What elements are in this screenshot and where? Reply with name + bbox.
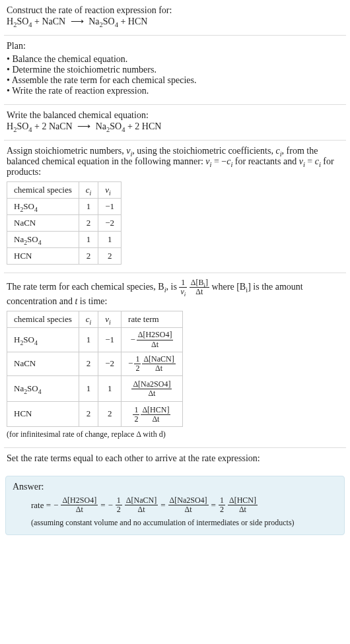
fraction: Δ[Bi]Δt xyxy=(190,278,209,296)
fraction: 1νi xyxy=(179,278,187,296)
reaction-arrow-icon: ⟶ xyxy=(68,16,87,26)
answer-box: Answer: rate = − Δ[H2SO4]Δt = − 12 Δ[NaC… xyxy=(5,476,345,535)
table-row: H2SO4 1 −1 − Δ[H2SO4]Δt xyxy=(7,328,183,352)
table-header-row: chemical species ci νi xyxy=(7,182,122,199)
balanced-section: Write the balanced chemical equation: H2… xyxy=(0,105,350,140)
table-row: HCN 2 2 12 Δ[HCN]Δt xyxy=(7,401,183,426)
plan-list: Balance the chemical equation. Determine… xyxy=(7,54,343,96)
answer-label: Answer: xyxy=(13,482,337,492)
stoich-table-2: chemical species ci νi rate term H2SO4 1… xyxy=(7,311,183,427)
rateterm-section: The rate term for each chemical species,… xyxy=(0,273,350,447)
stoich-table-1: chemical species ci νi H2SO4 1 −1 NaCN 2… xyxy=(7,181,122,265)
prompt-section: Construct the rate of reaction expressio… xyxy=(0,0,350,35)
plan-item: Determine the stoichiometric numbers. xyxy=(7,65,343,75)
col-ci: ci xyxy=(79,182,98,199)
answer-assumption: (assuming constant volume and no accumul… xyxy=(31,518,337,528)
table-row: H2SO4 1 −1 xyxy=(7,199,122,215)
table-row: Na2SO4 1 1 xyxy=(7,232,122,248)
plan-item: Assemble the rate term for each chemical… xyxy=(7,75,343,86)
table2-footnote: (for infinitesimal rate of change, repla… xyxy=(7,430,343,439)
plan-section: Plan: Balance the chemical equation. Det… xyxy=(0,36,350,104)
table-row: Na2SO4 1 1 Δ[Na2SO4]Δt xyxy=(7,376,183,401)
assign-section: Assign stoichiometric numbers, νi, using… xyxy=(0,141,350,273)
answer-expression: rate = − Δ[H2SO4]Δt = − 12 Δ[NaCN]Δt = Δ… xyxy=(31,496,337,514)
balanced-equation: H2SO4 + 2 NaCN ⟶ Na2SO4 + 2 HCN xyxy=(7,121,343,132)
plan-title: Plan: xyxy=(7,41,343,51)
final-title: Set the rate terms equal to each other t… xyxy=(7,453,343,464)
table-header-row: chemical species ci νi rate term xyxy=(7,311,183,328)
table-row: NaCN 2 −2 − 12 Δ[NaCN]Δt xyxy=(7,352,183,375)
final-section: Set the rate terms equal to each other t… xyxy=(0,448,350,472)
plan-item: Balance the chemical equation. xyxy=(7,54,343,65)
prompt-equation: H2SO4 + NaCN ⟶ Na2SO4 + HCN xyxy=(7,16,343,27)
rateterm-text: The rate term for each chemical species,… xyxy=(7,278,343,307)
reaction-arrow-icon: ⟶ xyxy=(75,121,93,131)
col-nui: νi xyxy=(98,182,122,199)
balanced-title: Write the balanced chemical equation: xyxy=(7,110,343,121)
table-row: HCN 2 2 xyxy=(7,248,122,265)
col-species: chemical species xyxy=(7,182,79,199)
plan-item: Write the rate of reaction expression. xyxy=(7,86,343,96)
assign-text: Assign stoichiometric numbers, νi, using… xyxy=(7,146,343,177)
prompt-line1: Construct the rate of reaction expressio… xyxy=(7,5,343,16)
table-row: NaCN 2 −2 xyxy=(7,215,122,232)
